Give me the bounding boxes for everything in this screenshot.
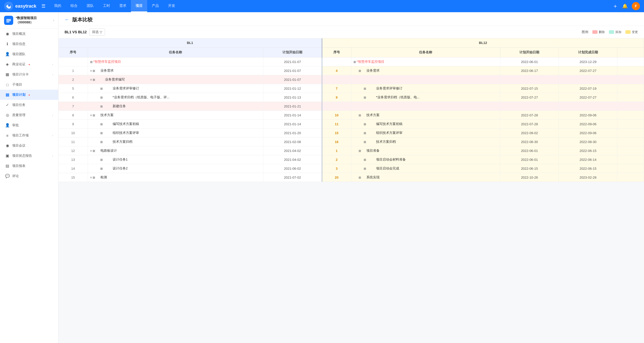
nav-logo[interactable]: easytrack [4,2,36,11]
left-task-name[interactable]: ▦*业务需求归档（纸质版、电子版、评... [88,93,263,102]
sidebar-item-overview[interactable]: ◉ 项目概况 [0,29,58,39]
right-start-date: 2022-06-17 [500,66,559,75]
page-title: 版本比较 [72,16,93,23]
nav-item-team[interactable]: 团队 [82,0,98,12]
legend-area: 图例 删除 添加 变更 [582,30,638,34]
sidebar-item-comment[interactable]: 💬 评论 [0,171,58,181]
quality-icon: ◎ [5,113,10,117]
left-start-date: 2021-01-20 [263,129,322,137]
left-task-name[interactable]: ∨▦技术方案 [88,111,263,120]
legend-label-delete: 删除 [599,30,605,34]
sidebar-item-approval[interactable]: 👤 审批 [0,120,58,130]
avatar[interactable]: F [632,2,640,10]
nav-item-product[interactable]: 产品 [147,0,163,12]
nav-item-worktime[interactable]: 工时 [98,0,115,12]
legend-item-add: 添加 [609,30,621,34]
business-icon: ◈ [5,62,10,67]
extra-col [617,57,644,66]
right-task-name[interactable]: ▦项目启动会材料准备 [351,155,500,164]
sidebar-item-meeting[interactable]: ◉ 项目会议 [0,141,58,151]
legend-label-add: 添加 [615,30,621,34]
left-start-date: 2021-02-08 [263,137,322,146]
right-task-name[interactable]: ▦项目启动会完成 [351,164,500,173]
left-task-name[interactable]: ▦技术方案归档 [88,137,263,146]
right-task-name[interactable]: ▦组织技术方案评审 [351,129,500,137]
project-icon [4,16,13,25]
left-seq [58,57,88,66]
sidebar-item-status-report[interactable]: ▣ 项目状态报告 › [0,151,58,161]
right-seq [322,102,351,111]
hamburger-icon[interactable]: ☰ [41,3,46,9]
sidebar-item-business[interactable]: ◈ 商业论证 ● › [0,59,58,69]
right-task-name[interactable] [351,75,500,84]
filter-button[interactable]: 筛选 ▽ [89,28,105,36]
approval-icon: 👤 [5,123,10,128]
left-task-name[interactable]: ▦编写技术方案初稿 [88,120,263,129]
comment-icon: 💬 [5,174,10,178]
legend-item-change: 变更 [625,30,638,34]
left-task-name[interactable]: ∨▦业务需求 [88,66,263,75]
sidebar-item-team[interactable]: 👤 项目团队 [0,49,58,59]
right-start-date: 2022-06-01 [500,57,559,66]
sidebar-item-info[interactable]: ℹ 项目信息 [0,39,58,49]
sidebar-item-scorecard[interactable]: ▦ 项目计分卡 › [0,69,58,80]
tasks-icon: ✓ [5,103,10,107]
legend-title: 图例 [582,30,588,34]
left-start-date: 2021-04-02 [263,155,322,164]
left-task-name[interactable]: ▦*智慧停车监控项目 [88,57,263,66]
sidebar-item-subproject[interactable]: □ 子项目 [0,80,58,90]
right-start-date: 2022-07-27 [500,93,559,102]
workitem-icon: ≡ [5,133,10,138]
right-start-date [500,75,559,84]
left-task-name[interactable]: ▦设计任务1 [88,155,263,164]
add-icon[interactable]: ＋ [612,2,618,10]
left-task-name[interactable]: ▦新建任务 [88,102,263,111]
right-task-name[interactable]: ▦技术方案 [351,111,500,120]
sidebar-project[interactable]: *数据智能项目（000088） › [0,12,58,29]
left-task-name[interactable]: ∨▦检测 [88,173,263,182]
left-start-date: 2021-07-02 [263,173,322,182]
right-task-name[interactable] [351,102,500,111]
left-task-name[interactable]: ∨▦业务需求编写 [88,75,263,84]
nav-item-project[interactable]: 项目 [131,0,147,12]
table-wrapper[interactable]: BL1 BL12 序号 任务名称 计划开始日期 序号 任务名称 计划开始日期 计… [58,38,644,343]
status-report-arrow-icon: › [52,154,53,157]
main-layout: *数据智能项目（000088） › ◉ 项目概况 ℹ 项目信息 👤 项目团队 ◈… [0,12,644,343]
left-seq: 7 [58,102,88,111]
right-task-name[interactable]: ▦项目准备 [351,146,500,155]
sidebar-item-workitem[interactable]: ≡ 项目工作项 › [0,130,58,141]
left-seq: 5 [58,84,88,93]
left-task-name[interactable]: ∨▦电路板设计 [88,146,263,155]
right-seq [322,75,351,84]
left-seq: 9 [58,120,88,129]
extra-col [617,84,644,93]
right-task-name[interactable]: ▦技术方案归档 [351,137,500,146]
sidebar-item-plan[interactable]: ▤ 项目计划 ● [0,90,58,100]
left-task-name[interactable]: ▦设计任务2 [88,164,263,173]
right-task-name[interactable]: ▦编写技术方案初稿 [351,120,500,129]
left-start-date: 2021-01-12 [263,84,322,93]
right-seq: 16 [322,137,351,146]
sidebar-item-quality[interactable]: ◎ 质量管理 › [0,110,58,120]
nav-item-my[interactable]: 我的 [50,0,66,12]
right-task-name[interactable]: ▦系统实现 [351,173,500,182]
project-expand-icon: › [53,19,54,22]
right-task-name[interactable]: ▦业务需求 [351,66,500,75]
left-start-date: 2021-04-02 [263,146,322,155]
sidebar-item-tasks[interactable]: ✓ 项目任务 [0,100,58,110]
nav-right: ＋ 🔔 F [612,2,640,10]
nav-item-portfolio[interactable]: 组合 [66,0,82,12]
bell-icon[interactable]: 🔔 [622,3,628,9]
sidebar: *数据智能项目（000088） › ◉ 项目概况 ℹ 项目信息 👤 项目团队 ◈… [0,12,58,343]
extra-col [617,173,644,182]
nav-item-demand[interactable]: 需求 [115,0,131,12]
left-task-name[interactable]: ▦业务需求评审修订 [88,84,263,93]
compare-table: BL1 BL12 序号 任务名称 计划开始日期 序号 任务名称 计划开始日期 计… [58,38,644,182]
sidebar-item-report[interactable]: ▤ 项目报表 [0,161,58,171]
right-task-name[interactable]: ▦业务需求评审修订 [351,84,500,93]
back-button[interactable]: ← [65,17,69,22]
nav-item-dev[interactable]: 开发 [163,0,180,12]
right-task-name[interactable]: ▦*业务需求归档（纸质版、电... [351,93,500,102]
left-task-name[interactable]: ▦组织技术方案评审 [88,129,263,137]
right-task-name[interactable]: ▦*智慧停车监控项目 [351,57,500,66]
